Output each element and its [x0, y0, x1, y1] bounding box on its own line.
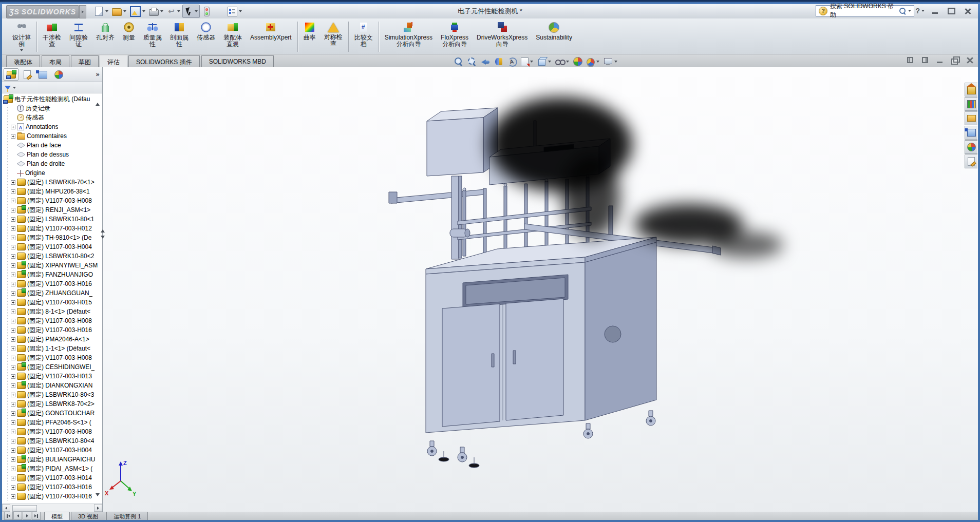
- tree-item[interactable]: (固定) BULIANGPAICHU: [2, 455, 102, 464]
- search-input[interactable]: 搜索 SOLIDWORKS 帮助: [830, 2, 897, 20]
- nav-last-button[interactable]: [32, 512, 41, 520]
- graphics-viewport[interactable]: Z X Y: [103, 67, 965, 512]
- previous-view-button[interactable]: [481, 57, 490, 66]
- expand-icon[interactable]: [11, 254, 15, 259]
- tree-root-item[interactable]: 电子元件性能检测机 (Défau: [2, 94, 102, 104]
- close-document-button[interactable]: [966, 56, 974, 64]
- custom-properties-button[interactable]: [965, 154, 977, 168]
- new-document-button[interactable]: [92, 5, 110, 17]
- view-settings-button[interactable]: [604, 57, 617, 66]
- tree-item[interactable]: (固定) V1107-003-H012: [2, 224, 102, 233]
- expand-icon[interactable]: [11, 383, 15, 388]
- tree-item[interactable]: Plan de droite: [2, 159, 102, 168]
- tree-item[interactable]: 传感器: [2, 113, 102, 122]
- open-document-button[interactable]: [110, 5, 128, 17]
- expand-icon[interactable]: [11, 226, 15, 231]
- tree-item[interactable]: (固定) ZHUANGGUAN_: [2, 288, 102, 298]
- expand-icon[interactable]: [11, 328, 15, 333]
- tree-item[interactable]: (固定) V1107-003-H004: [2, 446, 102, 455]
- curvature-button[interactable]: 曲率: [299, 20, 320, 53]
- tree-item[interactable]: (固定) 8-1<1> (Défaut<: [2, 307, 102, 316]
- dropdown-arrow-icon[interactable]: [596, 61, 599, 63]
- minimize-document-button[interactable]: [936, 56, 944, 64]
- sustain-button[interactable]: Sustainability: [532, 20, 576, 53]
- hole-align-button[interactable]: 孔对齐: [92, 20, 119, 53]
- tree-item[interactable]: (固定) V1107-003-H008: [2, 316, 102, 325]
- collapse-panel-right-button[interactable]: [921, 56, 929, 64]
- expand-icon[interactable]: [11, 494, 15, 499]
- expand-icon[interactable]: [11, 476, 15, 480]
- maximize-button[interactable]: [945, 7, 957, 15]
- tree-item[interactable]: (固定) CESHIDINGWEI_: [2, 362, 102, 372]
- scroll-right-button[interactable]: [94, 504, 102, 512]
- tree-item[interactable]: (固定) PFA2046-S<1> (: [2, 418, 102, 427]
- expand-icon[interactable]: [11, 263, 15, 268]
- tree-scroll-up-button[interactable]: [96, 95, 101, 101]
- expand-icon[interactable]: [11, 273, 15, 277]
- collapse-panel-left-button[interactable]: [906, 56, 914, 64]
- expand-icon[interactable]: [11, 180, 15, 185]
- tree-item[interactable]: Plan de dessus: [2, 150, 102, 159]
- expand-icon[interactable]: [11, 485, 15, 490]
- solidworks-resources-button[interactable]: [965, 83, 977, 96]
- tree-item[interactable]: (固定) V1107-003-H015: [2, 298, 102, 307]
- nav-next-button[interactable]: [23, 512, 31, 520]
- clearance-button[interactable]: 间隙验 证: [65, 20, 92, 53]
- edit-appearance-button[interactable]: [573, 56, 582, 66]
- panel-splitter[interactable]: [100, 225, 106, 243]
- search-icon[interactable]: [899, 8, 906, 14]
- nav-first-button[interactable]: [4, 512, 13, 520]
- expand-icon[interactable]: [11, 282, 15, 286]
- expand-icon[interactable]: [11, 467, 15, 471]
- save-document-button[interactable]: [128, 5, 147, 17]
- dropdown-arrow-icon[interactable]: [548, 61, 551, 63]
- expand-icon[interactable]: [11, 125, 15, 129]
- expand-icon[interactable]: [11, 310, 15, 314]
- search-dropdown-icon[interactable]: [908, 10, 911, 12]
- scrollbar-thumb[interactable]: [12, 505, 37, 512]
- minimize-button[interactable]: [929, 7, 941, 15]
- expand-icon[interactable]: [11, 346, 15, 351]
- filter-icon[interactable]: [5, 86, 11, 90]
- display-manager-tab[interactable]: [51, 68, 66, 81]
- expand-icon[interactable]: [11, 448, 15, 453]
- section-props-button[interactable]: 剖面属 性: [166, 20, 193, 53]
- tree-item[interactable]: (固定) LSBWRK8-70<2>: [2, 399, 102, 409]
- command-tab-3[interactable]: 草图: [71, 55, 99, 67]
- help-button[interactable]: ?: [915, 6, 925, 15]
- feature-manager-tab[interactable]: [4, 68, 18, 81]
- command-tab-6[interactable]: SOLIDWORKS MBD: [201, 55, 274, 67]
- expand-icon[interactable]: [11, 402, 15, 407]
- command-tab-1[interactable]: 装配体: [6, 55, 40, 67]
- expand-icon[interactable]: [11, 356, 15, 360]
- tree-item[interactable]: (固定) PMA2046-A<1>: [2, 335, 102, 344]
- dropdown-arrow-icon[interactable]: [105, 10, 108, 12]
- restore-document-button[interactable]: [951, 56, 959, 64]
- command-tab-5[interactable]: SOLIDWORKS 插件: [128, 55, 200, 67]
- expand-icon[interactable]: [11, 291, 15, 296]
- tree-item[interactable]: Plan de face: [2, 141, 102, 150]
- panel-overflow-button[interactable]: »: [96, 71, 101, 78]
- view-tab-1[interactable]: 模型: [44, 512, 70, 520]
- tree-item[interactable]: (固定) LSBWRK10-80<3: [2, 390, 102, 399]
- tree-item[interactable]: (固定) V1107-003-H004: [2, 242, 102, 252]
- configuration-manager-tab[interactable]: [35, 68, 50, 81]
- help-search-box[interactable]: 搜索 SOLIDWORKS 帮助: [816, 5, 914, 16]
- tree-item[interactable]: (固定) V1107-003-H016: [2, 492, 102, 501]
- section-view-button[interactable]: [494, 57, 503, 66]
- tree-item[interactable]: (固定) V1107-003-H014: [2, 473, 102, 482]
- expand-icon[interactable]: [11, 300, 15, 305]
- apply-scene-button[interactable]: [587, 56, 599, 66]
- tree-item[interactable]: (固定) V1107-003-H008: [2, 196, 102, 205]
- tree-horizontal-scrollbar[interactable]: [2, 504, 102, 512]
- view-orientation-button[interactable]: [507, 57, 517, 66]
- zoom-to-area-button[interactable]: [467, 57, 477, 66]
- tree-item[interactable]: (固定) RENJI_ASM<1>: [2, 205, 102, 215]
- appearances-scenes-button[interactable]: [965, 140, 977, 154]
- assembly-vis-button[interactable]: 装配体 直观: [219, 20, 246, 53]
- property-manager-tab[interactable]: [20, 68, 34, 81]
- tree-item[interactable]: Commentaires: [2, 131, 102, 141]
- design-library-button[interactable]: [965, 97, 977, 111]
- simx-button[interactable]: SimulationXpress 分析向导: [381, 20, 437, 53]
- drivex-button[interactable]: DriveWorksXpress 向导: [473, 20, 532, 53]
